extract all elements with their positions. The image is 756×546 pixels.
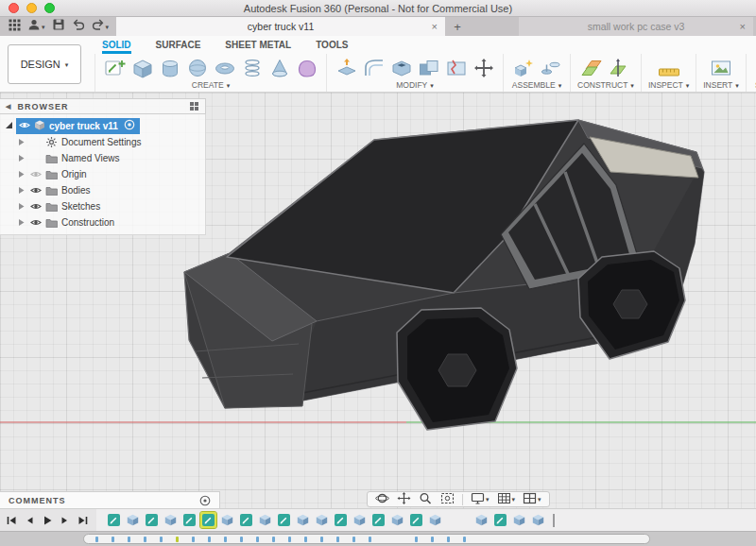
sketch-tool-button[interactable] (102, 57, 128, 80)
timeline-item-sketch[interactable] (238, 512, 254, 528)
skip-start-button[interactable] (4, 513, 19, 528)
toolbar-group-label[interactable]: INSERT▾ (703, 80, 739, 91)
timeline-item-feature[interactable] (473, 512, 490, 528)
shell-tool-button[interactable] (388, 57, 414, 80)
eye-icon[interactable] (29, 202, 42, 211)
user-button[interactable]: ▾ (27, 18, 45, 35)
ribbon-tab-sheet-metal[interactable]: SHEET METAL (225, 36, 291, 54)
toolbar-group-label[interactable]: CREATE▾ (192, 80, 230, 91)
torus-tool-button[interactable] (212, 57, 237, 80)
eye-icon[interactable] (19, 121, 30, 131)
browser-item-construction[interactable]: Construction (0, 214, 205, 230)
timeline-item-feature[interactable] (530, 512, 546, 528)
browser-item-bodies[interactable]: Bodies (0, 182, 205, 198)
measure-tool-button[interactable] (656, 57, 681, 80)
comments-bar[interactable]: COMMENTS (0, 491, 220, 508)
panel-grid-icon[interactable] (189, 101, 199, 111)
cybertruck-model[interactable] (184, 120, 704, 430)
expand-arrow-icon[interactable] (17, 202, 26, 211)
timeline-item-feature[interactable] (352, 512, 368, 528)
new-tab-button[interactable]: + (445, 17, 470, 36)
box-tool-button[interactable] (129, 57, 155, 80)
timeline-item-sketch[interactable] (106, 512, 122, 528)
display-nav-button[interactable]: ▾ (471, 491, 490, 508)
doc-tab-active[interactable]: cyber truck v11 × (116, 17, 445, 36)
timeline-item-feature[interactable] (295, 512, 311, 528)
timeline-item-sketch[interactable] (492, 512, 508, 528)
expand-arrow-icon[interactable] (17, 170, 26, 179)
close-tab-icon[interactable]: × (740, 21, 746, 32)
press-pull-tool-button[interactable] (334, 57, 359, 80)
toolbar-group-label[interactable]: ASSEMBLE▾ (512, 80, 561, 91)
fillet-tool-button[interactable] (361, 57, 387, 80)
toolbar-group-label[interactable]: INSPECT▾ (648, 80, 689, 91)
eye-icon[interactable] (29, 170, 42, 179)
ribbon-tab-tools[interactable]: TOOLS (316, 36, 348, 54)
pan-nav-button[interactable] (397, 491, 411, 508)
timeline-item-feature[interactable] (163, 512, 179, 528)
orbit-nav-button[interactable] (375, 491, 389, 508)
coil-tool-button[interactable] (239, 57, 265, 80)
browser-item-named-views[interactable]: Named Views (0, 150, 205, 166)
model-viewport[interactable]: ◀ BROWSER cyber truck v11 Document Setti… (0, 93, 756, 508)
expand-arrow-icon[interactable] (17, 218, 26, 227)
comments-toggle-icon[interactable] (199, 495, 211, 506)
timeline-item-feature[interactable] (219, 512, 235, 528)
timeline-item-sketch[interactable] (333, 512, 349, 528)
browser-item-document-settings[interactable]: Document Settings (0, 134, 205, 150)
expand-corner-icon[interactable] (5, 121, 13, 131)
combine-tool-button[interactable] (416, 57, 441, 80)
timeline-item-feature[interactable] (389, 512, 405, 528)
fit-nav-button[interactable] (440, 491, 455, 508)
apps-grid-button[interactable] (8, 18, 21, 35)
sphere-tool-button[interactable] (184, 57, 210, 80)
joint-tool-button[interactable] (538, 57, 563, 80)
timeline-item-sketch[interactable] (370, 512, 387, 528)
browser-item-origin[interactable]: Origin (0, 166, 205, 182)
new-component-tool-button[interactable] (510, 57, 536, 80)
ribbon-tab-solid[interactable]: SOLID (102, 36, 131, 54)
skip-end-button[interactable] (76, 513, 91, 528)
move-tool-button[interactable] (471, 57, 496, 80)
save-button[interactable] (52, 18, 65, 35)
timeline-scrollbar[interactable] (0, 531, 756, 546)
timeline-item-sketch[interactable] (276, 512, 292, 528)
viewports-nav-button[interactable]: ▾ (523, 491, 541, 508)
timeline-item-feature[interactable] (125, 512, 141, 528)
browser-root-item[interactable]: cyber truck v11 (0, 117, 205, 134)
timeline-end-marker[interactable] (553, 514, 555, 527)
collapse-panel-icon[interactable]: ◀ (6, 103, 11, 111)
timeline-item-sketch[interactable] (144, 512, 160, 528)
split-tool-button[interactable] (443, 57, 469, 80)
timeline-item-feature[interactable] (314, 512, 330, 528)
ribbon-tab-surface[interactable]: SURFACE (156, 36, 201, 54)
timeline-item-feature[interactable] (511, 512, 527, 528)
toolbar-group-label[interactable]: MODIFY▾ (396, 80, 434, 91)
play-button[interactable] (40, 513, 55, 528)
undo-button[interactable] (72, 18, 85, 35)
cone-tool-button[interactable] (266, 57, 292, 80)
activate-radio-icon[interactable] (124, 119, 135, 132)
timeline-item-feature[interactable] (257, 512, 273, 528)
form-tool-button[interactable] (294, 57, 319, 80)
redo-button[interactable]: ▾ (92, 18, 110, 35)
zoom-nav-button[interactable] (419, 491, 433, 508)
plane-tool-button[interactable] (579, 57, 605, 80)
eye-icon[interactable] (29, 218, 42, 227)
timeline-item-sketch[interactable] (408, 512, 424, 528)
step-back-button[interactable] (22, 513, 37, 528)
scrollbar-thumb[interactable] (83, 534, 650, 544)
doc-tab-inactive[interactable]: small work pc case v3 × (519, 17, 753, 36)
timeline-item-selected[interactable] (200, 512, 216, 528)
browser-item-sketches[interactable]: Sketches (0, 198, 205, 214)
timeline-item-sketch[interactable] (181, 512, 198, 528)
workspace-selector-button[interactable]: DESIGN ▾ (8, 44, 81, 84)
cylinder-tool-button[interactable] (157, 57, 182, 80)
axis-tool-button[interactable] (607, 57, 632, 80)
grids-nav-button[interactable]: ▾ (497, 491, 516, 508)
expand-arrow-icon[interactable] (17, 138, 26, 146)
toolbar-group-label[interactable]: CONSTRUCT▾ (577, 80, 634, 91)
timeline-item-feature[interactable] (427, 512, 443, 528)
expand-arrow-icon[interactable] (17, 186, 26, 195)
step-forward-button[interactable] (58, 513, 73, 528)
